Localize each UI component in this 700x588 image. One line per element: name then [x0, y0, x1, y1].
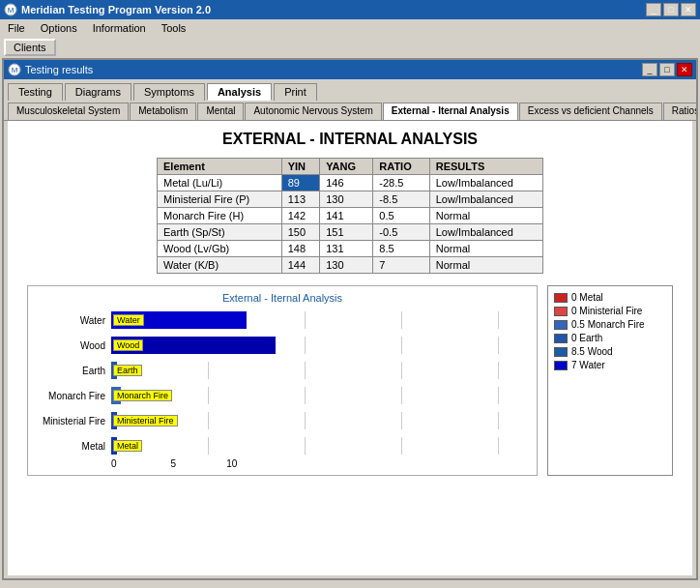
sub-tab-musculoskeletal[interactable]: Musculoskeletal System — [8, 103, 129, 120]
menu-information[interactable]: Information — [89, 21, 150, 35]
col-header-yang: YANG — [320, 159, 373, 175]
bar-fill: Metal — [111, 437, 117, 455]
bar-fill: Wood — [111, 337, 276, 354]
tab-analysis[interactable]: Analysis — [207, 83, 272, 101]
chart-bar-row: Monarch FireMonarch Fire — [34, 385, 531, 406]
chart-container: External - Iternal Analysis WaterWaterWo… — [17, 285, 683, 476]
legend-item: 0 Earth — [554, 333, 666, 343]
legend-color-box — [554, 361, 568, 370]
main-window: M Testing results _ □ ✕ Testing Diagrams… — [2, 58, 698, 580]
chart-x-axis: 0 5 10 — [34, 458, 531, 469]
app-maximize-btn[interactable]: □ — [663, 3, 679, 16]
sub-tab-autonomic[interactable]: Autonomic Nervous System — [245, 103, 381, 120]
bar-label: Monarch Fire — [34, 391, 111, 401]
bar-track: Wood — [111, 337, 531, 354]
app-icon: M — [4, 3, 17, 16]
legend-label: 0 Metal — [571, 292, 603, 303]
app-title: Meridian Testing Program Version 2.0 — [21, 4, 211, 15]
bar-label: Wood — [34, 340, 111, 351]
chart-bar-row: Ministerial FireMinisterial Fire — [34, 410, 531, 431]
legend-item: 8.5 Wood — [554, 346, 666, 357]
svg-text:M: M — [8, 6, 15, 15]
menu-bar: File Options Information Tools — [0, 19, 700, 37]
legend-item: 0 Metal — [554, 292, 666, 303]
legend-color-box — [554, 320, 568, 330]
legend-label: 7 Water — [571, 360, 605, 370]
window-close-btn[interactable]: ✕ — [677, 63, 692, 76]
bar-tag: Ministerial Fire — [113, 415, 178, 426]
x-tick-0: 0 — [111, 458, 117, 469]
legend-item: 7 Water — [554, 360, 666, 370]
chart-bar-row: WaterWater — [34, 309, 531, 331]
menu-file[interactable]: File — [4, 21, 29, 35]
bar-fill: Monarch Fire — [111, 387, 121, 404]
tab-print[interactable]: Print — [274, 83, 317, 101]
sub-tab-excess[interactable]: Excess vs deficient Channels — [519, 103, 662, 120]
chart-area: External - Iternal Analysis WaterWaterWo… — [27, 285, 538, 476]
bar-track: Water — [111, 311, 531, 329]
menu-tools[interactable]: Tools — [158, 21, 190, 35]
bar-fill: Ministerial Fire — [111, 412, 117, 429]
bar-tag: Earth — [113, 365, 142, 376]
sub-tab-mental[interactable]: Mental — [197, 103, 244, 120]
bar-track: Earth — [111, 362, 531, 379]
page-title: EXTERNAL - INTERNAL ANALYSIS — [17, 131, 683, 148]
table-row: Water (K/B)1441307Normal — [158, 257, 543, 274]
x-tick-10: 10 — [226, 458, 237, 469]
col-header-yin: YIN — [281, 159, 319, 175]
window-maximize-btn[interactable]: □ — [659, 63, 675, 76]
clients-bar: Clients — [0, 37, 700, 56]
bar-tag: Wood — [113, 339, 143, 351]
data-table: Element YIN YANG RATIO RESULTS Metal (Lu… — [157, 158, 543, 274]
x-tick-5: 5 — [171, 458, 177, 469]
app-minimize-btn[interactable]: _ — [646, 3, 661, 16]
bar-tag: Metal — [113, 440, 142, 452]
legend-label: 0 Earth — [571, 333, 602, 343]
inner-title-bar: M Testing results _ □ ✕ — [4, 60, 696, 79]
legend-label: 8.5 Wood — [571, 346, 613, 357]
bar-track: Ministerial Fire — [111, 412, 531, 429]
legend-color-box — [554, 293, 568, 303]
bar-fill: Water — [111, 311, 247, 329]
tab-bar: Testing Diagrams Symptoms Analysis Print — [4, 79, 696, 101]
bar-track: Monarch Fire — [111, 387, 531, 404]
table-row: Monarch Fire (H)1421410.5Normal — [158, 208, 543, 224]
chart-bar-row: WoodWood — [34, 335, 531, 356]
sub-tab-external-internal[interactable]: External - Iternal Analysis — [383, 103, 518, 120]
sub-tab-metabolism[interactable]: Metabolism — [130, 103, 196, 120]
chart-bar-row: EarthEarth — [34, 360, 531, 381]
tab-symptoms[interactable]: Symptoms — [133, 83, 205, 101]
bar-tag: Monarch Fire — [113, 390, 172, 401]
bar-track: Metal — [111, 437, 531, 455]
legend-item: 0.5 Monarch Fire — [554, 319, 666, 330]
chart-legend: 0 Metal0 Ministerial Fire0.5 Monarch Fir… — [547, 285, 673, 476]
legend-color-box — [554, 347, 568, 357]
sub-tab-bar: Musculoskeletal System Metabolism Mental… — [4, 101, 696, 121]
tab-diagrams[interactable]: Diagrams — [65, 83, 131, 101]
content-area: EXTERNAL - INTERNAL ANALYSIS Element YIN… — [8, 121, 692, 575]
bar-fill: Earth — [111, 362, 117, 379]
table-row: Ministerial Fire (P)113130-8.5Low/Imbala… — [158, 191, 543, 208]
app-close-btn[interactable]: ✕ — [681, 3, 696, 16]
tab-testing[interactable]: Testing — [8, 83, 63, 101]
table-row: Metal (Lu/Li)89146-28.5Low/Imbalanced — [158, 175, 543, 191]
window-minimize-btn[interactable]: _ — [642, 63, 657, 76]
bar-tag: Water — [113, 314, 144, 326]
bar-label: Water — [34, 315, 111, 326]
clients-button[interactable]: Clients — [4, 39, 56, 56]
svg-text:M: M — [12, 66, 18, 74]
legend-item: 0 Ministerial Fire — [554, 306, 666, 316]
table-row: Earth (Sp/St)150151-0.5Low/Imbalanced — [158, 224, 543, 241]
bar-label: Earth — [34, 366, 111, 376]
col-header-element: Element — [158, 159, 282, 175]
legend-color-box — [554, 307, 568, 316]
chart-bars: WaterWaterWoodWoodEarthEarthMonarch Fire… — [34, 309, 531, 456]
legend-color-box — [554, 334, 568, 343]
bar-label: Metal — [34, 441, 111, 452]
app-title-bar: M Meridian Testing Program Version 2.0 _… — [0, 0, 700, 19]
menu-options[interactable]: Options — [37, 21, 81, 35]
sub-tab-ratios[interactable]: Ratios Revi... — [663, 103, 696, 120]
chart-title: External - Iternal Analysis — [34, 292, 531, 304]
window-title: Testing results — [25, 64, 93, 75]
window-icon: M — [8, 63, 21, 76]
